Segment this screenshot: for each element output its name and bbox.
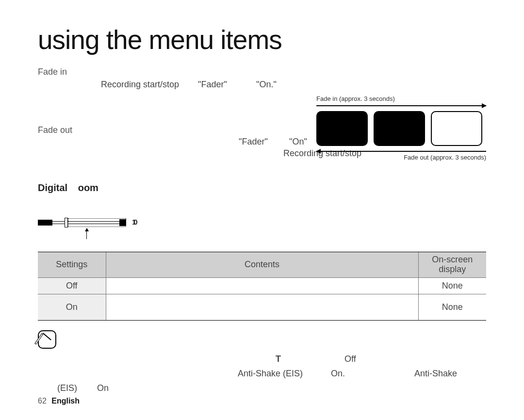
cell-osd: None bbox=[418, 294, 486, 320]
note-off: Off bbox=[344, 352, 356, 367]
zoom-bar-left-block bbox=[38, 220, 52, 226]
table-row: On None bbox=[38, 294, 486, 320]
table-row: Off None bbox=[38, 277, 486, 294]
fade-out-caption: Fade out (approx. 3 seconds) bbox=[316, 154, 486, 161]
zoom-bar-diagram: 10 bbox=[38, 215, 135, 234]
cell-contents bbox=[106, 277, 418, 294]
osd-header-line1: On-screen bbox=[432, 255, 473, 264]
fade-diagram: Fade in (approx. 3 seconds) Fade out (ap… bbox=[316, 95, 486, 161]
note-antishake: Anti-Shake bbox=[414, 366, 457, 381]
fade-out-text-c: "On" bbox=[289, 137, 307, 147]
osd-col-header: On-screen display bbox=[418, 252, 486, 278]
page-language: English bbox=[51, 397, 80, 405]
cell-setting: Off bbox=[38, 277, 106, 294]
note-icon bbox=[38, 330, 56, 349]
fade-in-caption: Fade in (approx. 3 seconds) bbox=[316, 95, 486, 102]
zoom-bar-pointer-icon bbox=[86, 228, 87, 239]
cell-contents bbox=[106, 294, 418, 320]
cell-setting: On bbox=[38, 294, 106, 320]
section-digital-zoom: Digital oom bbox=[38, 182, 486, 194]
zoom-bar-end-block bbox=[119, 219, 126, 226]
settings-table: Settings Contents On-screen display Off … bbox=[38, 252, 486, 321]
zoom-bar-cursor bbox=[65, 218, 68, 227]
section-title-b: oom bbox=[78, 182, 98, 193]
contents-col-header: Contents bbox=[106, 252, 418, 278]
section-title-a: Digital bbox=[38, 182, 67, 193]
note-text-block: T Off Anti-Shake (EIS) On. Anti-Shake (E… bbox=[38, 352, 486, 395]
fade-in-text-a: Recording start/stop bbox=[101, 80, 179, 90]
note-on-dot: On. bbox=[331, 366, 345, 381]
fade-in-heading: Fade in bbox=[38, 67, 486, 77]
cell-osd: None bbox=[418, 277, 486, 294]
settings-col-header: Settings bbox=[38, 252, 106, 278]
zoom-bar-dotted-region bbox=[68, 218, 126, 227]
fade-out-text-b: "Fader" bbox=[239, 137, 268, 147]
fade-in-text-c: "On." bbox=[256, 80, 277, 90]
page-number: 62 bbox=[38, 397, 47, 405]
osd-header-line2: display bbox=[439, 264, 466, 274]
frame-black-icon bbox=[316, 111, 368, 146]
zoom-bar-label: 10 bbox=[132, 218, 135, 226]
note-antishake-eis: Anti-Shake (EIS) bbox=[238, 366, 303, 381]
note-eis: (EIS) bbox=[57, 381, 77, 396]
note-on: On bbox=[97, 381, 109, 396]
arrow-right-icon bbox=[316, 105, 486, 106]
page-footer: 62 English bbox=[38, 397, 80, 405]
page-title: using the menu items bbox=[38, 24, 486, 55]
note-t: T bbox=[276, 352, 281, 367]
frame-black-icon bbox=[374, 111, 425, 146]
frame-white-icon bbox=[431, 111, 482, 146]
arrow-left-icon bbox=[316, 151, 486, 152]
fade-in-text-b: "Fader" bbox=[198, 80, 227, 90]
